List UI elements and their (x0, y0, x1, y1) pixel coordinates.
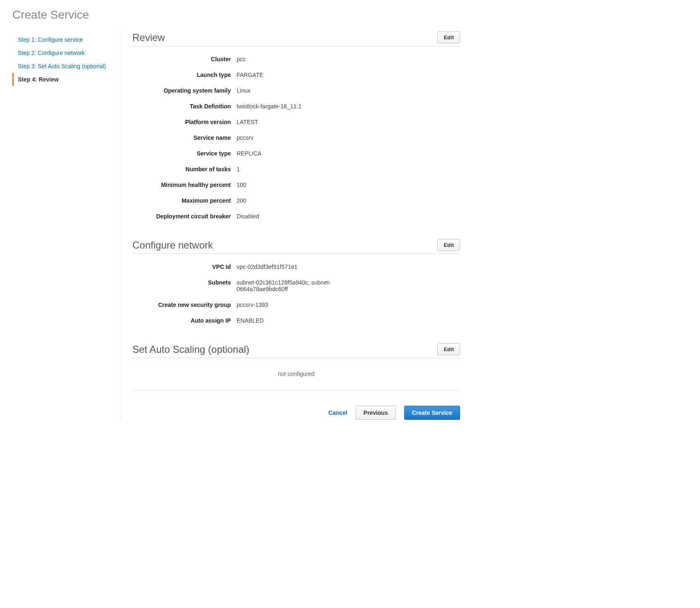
value-number-of-tasks: 1 (237, 166, 344, 172)
review-row-task-definition: Task Definition twistlock-fargate-18_11:… (132, 98, 460, 114)
review-section: Review Edit Cluster pcc Launch type FARG… (132, 31, 460, 224)
value-service-type: REPLICA (237, 150, 344, 157)
review-row-max-percent: Maximum percent 200 (132, 193, 460, 208)
label-auto-assign-ip: Auto assign IP (132, 317, 237, 324)
review-row-circuit-breaker: Deployment circuit breaker Disabled (132, 208, 460, 224)
edit-review-button[interactable]: Edit (437, 31, 460, 43)
network-title: Configure network (132, 239, 213, 251)
label-subnets: Subnets (132, 279, 237, 286)
sidebar-item-step-4[interactable]: Step 4: Review (12, 73, 120, 86)
value-cluster: pcc (237, 56, 344, 62)
main-content: Review Edit Cluster pcc Launch type FARG… (121, 31, 460, 420)
autoscaling-not-configured: not configured (132, 363, 460, 385)
previous-button[interactable]: Previous (356, 406, 396, 420)
cancel-link[interactable]: Cancel (328, 409, 348, 416)
value-service-name: pccsrv (237, 134, 344, 141)
autoscaling-header: Set Auto Scaling (optional) Edit (132, 343, 460, 358)
review-row-os-family: Operating system family Linux (132, 83, 460, 98)
value-min-healthy: 100 (237, 182, 344, 188)
label-service-type: Service type (132, 150, 237, 157)
edit-network-button[interactable]: Edit (437, 239, 460, 251)
value-platform-version: LATEST (237, 119, 344, 125)
label-vpc-id: VPC Id (132, 263, 237, 270)
value-auto-assign-ip: ENABLED (237, 317, 344, 324)
layout: Step 1: Configure service Step 2: Config… (12, 31, 688, 420)
divider (132, 390, 460, 391)
page-title: Create Service (12, 8, 688, 22)
value-max-percent: 200 (237, 197, 344, 204)
autoscaling-title: Set Auto Scaling (optional) (132, 344, 249, 355)
review-row-min-healthy: Minimum healthy percent 100 (132, 177, 460, 193)
review-row-platform-version: Platform version LATEST (132, 114, 460, 130)
value-circuit-breaker: Disabled (237, 213, 344, 220)
review-row-service-name: Service name pccsrv (132, 130, 460, 146)
value-launch-type: FARGATE (237, 72, 344, 78)
label-max-percent: Maximum percent (132, 197, 237, 204)
label-task-definition: Task Definition (132, 103, 237, 110)
network-row-security-group: Create new security group pccsrv-1393 (132, 297, 460, 313)
label-launch-type: Launch type (132, 72, 237, 78)
network-section: Configure network Edit VPC Id vpc-02d3df… (132, 239, 460, 328)
value-vpc-id: vpc-02d3df3ef91f571e1 (237, 263, 344, 270)
edit-autoscaling-button[interactable]: Edit (437, 343, 460, 355)
network-row-auto-assign-ip: Auto assign IP ENABLED (132, 313, 460, 328)
label-security-group: Create new security group (132, 302, 237, 308)
value-os-family: Linux (237, 87, 344, 94)
review-row-launch-type: Launch type FARGATE (132, 67, 460, 83)
network-row-vpc: VPC Id vpc-02d3df3ef91f571e1 (132, 259, 460, 275)
network-header: Configure network Edit (132, 239, 460, 254)
review-row-number-of-tasks: Number of tasks 1 (132, 161, 460, 177)
label-service-name: Service name (132, 134, 237, 141)
label-platform-version: Platform version (132, 119, 237, 125)
sidebar-item-step-1[interactable]: Step 1: Configure service (12, 33, 120, 46)
review-header: Review Edit (132, 31, 460, 46)
network-row-subnets: Subnets subnet-02c361c128f5a940c, subnet… (132, 275, 460, 297)
sidebar-item-step-2[interactable]: Step 2: Configure network (12, 46, 120, 60)
label-os-family: Operating system family (132, 87, 237, 94)
review-row-cluster: Cluster pcc (132, 51, 460, 67)
value-security-group: pccsrv-1393 (237, 302, 344, 308)
sidebar: Step 1: Configure service Step 2: Config… (12, 31, 121, 420)
sidebar-item-step-3[interactable]: Step 3: Set Auto Scaling (optional) (12, 60, 120, 73)
label-circuit-breaker: Deployment circuit breaker (132, 213, 237, 220)
label-min-healthy: Minimum healthy percent (132, 182, 237, 188)
autoscaling-section: Set Auto Scaling (optional) Edit not con… (132, 343, 460, 391)
review-row-service-type: Service type REPLICA (132, 146, 460, 161)
review-title: Review (132, 32, 165, 43)
value-task-definition: twistlock-fargate-18_11:1 (237, 103, 344, 110)
value-subnets: subnet-02c361c128f5a940c, subnet-0664a78… (237, 279, 344, 292)
action-row: Cancel Previous Create Service (132, 406, 460, 420)
create-service-button[interactable]: Create Service (404, 406, 460, 420)
label-cluster: Cluster (132, 56, 237, 62)
label-number-of-tasks: Number of tasks (132, 166, 237, 172)
